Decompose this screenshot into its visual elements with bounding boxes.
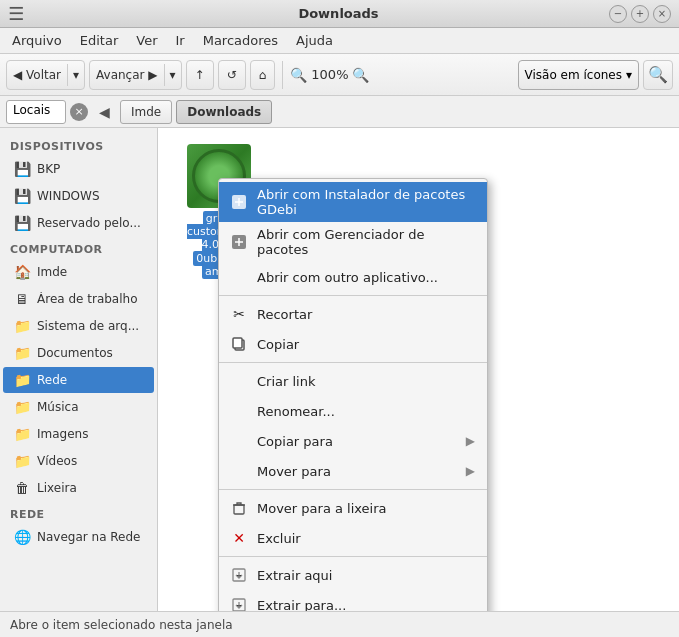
zoom-percent: 100% — [311, 67, 348, 82]
ctx-renomear[interactable]: Renomear... — [219, 396, 487, 426]
folder-icon: 📁 — [13, 344, 31, 362]
ctx-mover-lixeira[interactable]: Mover para a lixeira — [219, 493, 487, 523]
ctx-extrair-para[interactable]: Extrair para... — [219, 590, 487, 611]
sidebar-item-sistema[interactable]: 📁 Sistema de arq... — [3, 313, 154, 339]
search-button[interactable]: 🔍 — [643, 60, 673, 90]
view-dropdown-arrow: ▾ — [626, 68, 632, 82]
menu-item-ver[interactable]: Ver — [128, 30, 165, 51]
back-button[interactable]: ◀ Voltar ▾ — [6, 60, 85, 90]
section-network: Rede — [0, 502, 157, 523]
main-area: Dispositivos 💾 BKP 💾 WINDOWS 💾 Reservado… — [0, 128, 679, 611]
breadcrumb-downloads[interactable]: Downloads — [176, 100, 272, 124]
folder-icon: 📁 — [13, 398, 31, 416]
ctx-recortar[interactable]: ✂ Recortar — [219, 299, 487, 329]
statusbar-text: Abre o item selecionado nesta janela — [10, 618, 233, 632]
sidebar-item-windows[interactable]: 💾 WINDOWS — [3, 183, 154, 209]
sidebar-item-documentos[interactable]: 📁 Documentos — [3, 340, 154, 366]
home-icon: 🏠 — [13, 263, 31, 281]
ctx-label-renomear: Renomear... — [257, 404, 475, 419]
window-menu-icon[interactable]: ☰ — [8, 3, 24, 24]
view-select[interactable]: Visão em ícones ▾ — [518, 60, 639, 90]
home-button[interactable]: ⌂ — [250, 60, 276, 90]
sidebar-item-musica[interactable]: 📁 Música — [3, 394, 154, 420]
ctx-label-copiar: Copiar — [257, 337, 475, 352]
submenu-arrow2: ▶ — [466, 464, 475, 478]
forward-label: Avançar ▶ — [90, 64, 164, 86]
location-close-button[interactable]: × — [70, 103, 88, 121]
sidebar-item-imagens[interactable]: 📁 Imagens — [3, 421, 154, 447]
svg-rect-7 — [234, 505, 244, 514]
ctx-open-other[interactable]: Abrir com outro aplicativo... — [219, 262, 487, 292]
zoom-display: 🔍 100% 🔍 — [290, 67, 369, 83]
menu-item-editar[interactable]: Editar — [72, 30, 127, 51]
up-icon: ↑ — [195, 68, 205, 82]
back-label: ◀ Voltar — [7, 64, 67, 86]
menubar: ArquivoEditarVerIrMarcadoresAjuda — [0, 28, 679, 54]
locationbar: Locais × ◀ Imde Downloads — [0, 96, 679, 128]
sidebar-label-desktop: Área de trabalho — [37, 292, 138, 306]
drive-icon: 💾 — [13, 160, 31, 178]
trash-icon: 🗑 — [13, 479, 31, 497]
sidebar-item-imde[interactable]: 🏠 Imde — [3, 259, 154, 285]
sidebar-item-bkp[interactable]: 💾 BKP — [3, 156, 154, 182]
home-icon: ⌂ — [259, 68, 267, 82]
ctx-sep-2 — [219, 362, 487, 363]
ctx-mover-para[interactable]: Mover para ▶ — [219, 456, 487, 486]
toolbar: ◀ Voltar ▾ Avançar ▶ ▾ ↑ ↺ ⌂ 🔍 100% 🔍 Vi… — [0, 54, 679, 96]
minimize-button[interactable]: − — [609, 5, 627, 23]
menu-item-arquivo[interactable]: Arquivo — [4, 30, 70, 51]
trash-icon — [229, 498, 249, 518]
titlebar: ☰ Downloads − + × — [0, 0, 679, 28]
zoom-in-icon[interactable]: 🔍 — [352, 67, 369, 83]
ctx-open-gdebi[interactable]: Abrir com Instalador de pacotes GDebi — [219, 182, 487, 222]
toolbar-separator-1 — [282, 61, 283, 89]
sidebar-item-videos[interactable]: 📁 Vídeos — [3, 448, 154, 474]
extract-icon — [229, 565, 249, 585]
sidebar-label-windows: WINDOWS — [37, 189, 100, 203]
reload-button[interactable]: ↺ — [218, 60, 246, 90]
menu-item-ir[interactable]: Ir — [168, 30, 193, 51]
zoom-out-icon[interactable]: 🔍 — [290, 67, 307, 83]
ctx-label-copiar-para: Copiar para — [257, 434, 458, 449]
package-icon2 — [229, 232, 249, 252]
ctx-open-gerenciador[interactable]: Abrir com Gerenciador de pacotes — [219, 222, 487, 262]
ctx-copiar[interactable]: Copiar — [219, 329, 487, 359]
delete-icon: ✕ — [229, 528, 249, 548]
menu-item-ajuda[interactable]: Ajuda — [288, 30, 341, 51]
close-button[interactable]: × — [653, 5, 671, 23]
sidebar-label-downloads: Rede — [37, 373, 67, 387]
sidebar-item-reservado[interactable]: 💾 Reservado pelo... — [3, 210, 154, 236]
ctx-criar-link[interactable]: Criar link — [219, 366, 487, 396]
section-devices: Dispositivos — [0, 134, 157, 155]
forward-arrow[interactable]: ▾ — [164, 64, 181, 86]
back-arrow[interactable]: ▾ — [67, 64, 84, 86]
ctx-extrair-aqui[interactable]: Extrair aqui — [219, 560, 487, 590]
window-controls: − + × — [609, 5, 671, 23]
sidebar-label-videos: Vídeos — [37, 454, 77, 468]
ctx-label-mover-para: Mover para — [257, 464, 458, 479]
sidebar-item-downloads[interactable]: 📁 Rede — [3, 367, 154, 393]
sidebar-label-imagens: Imagens — [37, 427, 88, 441]
maximize-button[interactable]: + — [631, 5, 649, 23]
ctx-label-mover-lixeira: Mover para a lixeira — [257, 501, 475, 516]
sidebar-item-desktop[interactable]: 🖥 Área de trabalho — [3, 286, 154, 312]
drive-icon: 💾 — [13, 214, 31, 232]
menu-item-marcadores[interactable]: Marcadores — [195, 30, 286, 51]
cut-icon: ✂ — [229, 304, 249, 324]
forward-button[interactable]: Avançar ▶ ▾ — [89, 60, 182, 90]
context-menu: Abrir com Instalador de pacotes GDebi Ab… — [218, 178, 488, 611]
breadcrumb-imde[interactable]: Imde — [120, 100, 172, 124]
ctx-label-extrair-aqui: Extrair aqui — [257, 568, 475, 583]
ctx-label-recortar: Recortar — [257, 307, 475, 322]
sidebar-item-lixeira[interactable]: 🗑 Lixeira — [3, 475, 154, 501]
ctx-copiar-para[interactable]: Copiar para ▶ — [219, 426, 487, 456]
view-label: Visão em ícones — [525, 68, 622, 82]
reload-icon: ↺ — [227, 68, 237, 82]
up-button[interactable]: ↑ — [186, 60, 214, 90]
ctx-excluir[interactable]: ✕ Excluir — [219, 523, 487, 553]
nav-left-button[interactable]: ◀ — [92, 100, 116, 124]
ctx-label-extrair-para: Extrair para... — [257, 598, 475, 612]
drive-icon: 💾 — [13, 187, 31, 205]
sidebar-item-network[interactable]: 🌐 Navegar na Rede — [3, 524, 154, 550]
folder-icon: 📁 — [13, 317, 31, 335]
